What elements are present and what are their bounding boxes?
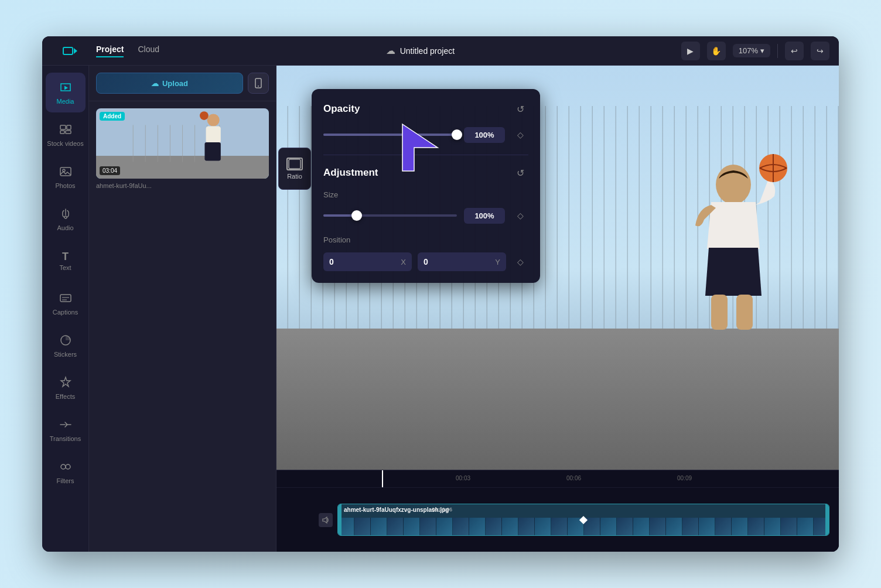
redo-btn[interactable]: ↪ — [811, 42, 829, 60]
svg-point-13 — [61, 464, 66, 469]
track-start-handle[interactable] — [338, 504, 342, 535]
ratio-btn[interactable]: Ratio — [278, 148, 311, 190]
opacity-value[interactable]: 100% — [464, 127, 505, 143]
film-frame — [650, 518, 666, 535]
stock-videos-icon — [59, 123, 72, 138]
sidebar-item-text[interactable]: T Text — [46, 241, 86, 281]
audio-icon — [59, 207, 72, 222]
ratio-label: Ratio — [287, 173, 302, 180]
film-frame — [387, 518, 404, 535]
film-frame — [600, 518, 617, 535]
sidebar-item-audio[interactable]: Audio — [46, 199, 86, 239]
header-center: ☁ Untitled project — [159, 45, 681, 56]
film-frame — [551, 518, 568, 535]
volume-btn[interactable] — [319, 513, 333, 527]
film-frame — [420, 518, 436, 535]
sidebar-label-captions: Captions — [53, 309, 78, 316]
sidebar-label-audio: Audio — [57, 224, 73, 231]
play-btn[interactable]: ▶ — [681, 42, 700, 60]
opacity-keyframe-btn[interactable]: ◇ — [512, 127, 528, 143]
undo-btn[interactable]: ↩ — [785, 42, 804, 60]
media-item[interactable]: Added 03:04 — [96, 108, 269, 179]
sidebar-item-stock-videos[interactable]: Stock videos — [46, 115, 86, 155]
track-end-handle[interactable] — [825, 504, 829, 535]
size-thumb[interactable] — [351, 210, 362, 221]
svg-rect-5 — [66, 131, 71, 134]
upload-btn[interactable]: ☁ Upload — [96, 73, 243, 94]
svg-point-28 — [207, 114, 220, 126]
position-y-input[interactable]: 0 Y — [418, 252, 506, 271]
ruler-mark-0: 00:03 — [456, 475, 470, 481]
position-y-axis: Y — [495, 258, 500, 266]
photos-icon — [59, 165, 72, 180]
tab-cloud[interactable]: Cloud — [138, 45, 159, 57]
media-grid: Added 03:04 ahmet-kurt-9faUu... — [89, 101, 276, 552]
size-keyframe-btn[interactable]: ◇ — [512, 207, 528, 224]
film-frame — [748, 518, 764, 535]
film-frame — [404, 518, 420, 535]
zoom-control[interactable]: 107% ▾ — [733, 44, 770, 57]
size-slider[interactable] — [323, 214, 457, 217]
film-frame — [715, 518, 732, 535]
sidebar-item-media[interactable]: Media — [46, 73, 86, 112]
captions-icon — [59, 292, 72, 306]
cloud-icon: ☁ — [386, 45, 395, 56]
film-frame — [469, 518, 486, 535]
logo-icon — [60, 42, 78, 60]
sidebar-label-filters: Filters — [57, 477, 74, 484]
filters-icon — [59, 460, 72, 475]
project-title: Untitled project — [400, 46, 455, 56]
position-keyframe-btn[interactable]: ◇ — [512, 254, 528, 270]
sidebar-label-text: Text — [59, 264, 71, 271]
position-x-axis: X — [401, 258, 406, 266]
ruler-mark-2: 00:09 — [677, 475, 692, 481]
svg-rect-30 — [204, 142, 220, 161]
adjustment-reset-btn[interactable]: ↺ — [512, 165, 528, 181]
stickers-icon — [59, 334, 72, 348]
ratio-icon — [286, 158, 303, 170]
divider — [777, 44, 778, 58]
size-value[interactable]: 100% — [464, 208, 505, 224]
upload-icon: ☁ — [151, 79, 159, 88]
film-frame — [797, 518, 814, 535]
film-frame — [535, 518, 551, 535]
left-sidebar: Media Stock videos — [42, 66, 89, 552]
sidebar-label-effects: Effects — [56, 393, 75, 400]
hand-btn[interactable]: ✋ — [707, 42, 726, 60]
svg-rect-17 — [289, 159, 301, 169]
tab-project[interactable]: Project — [96, 45, 124, 57]
position-x-input[interactable]: 0 X — [323, 252, 412, 271]
film-frame — [682, 518, 699, 535]
film-frame — [633, 518, 650, 535]
opacity-slider[interactable] — [323, 134, 457, 136]
header-right: ▶ ✋ 107% ▾ ↩ ↪ — [681, 42, 829, 60]
transitions-icon — [59, 418, 72, 433]
sidebar-item-transitions[interactable]: Transitions — [46, 410, 86, 450]
size-label: Size — [323, 190, 528, 199]
sidebar-label-stock: Stock videos — [47, 140, 83, 147]
position-x-value: 0 — [329, 257, 334, 266]
track-duration: 00:09:06 — [432, 507, 452, 512]
sidebar-item-stickers[interactable]: Stickers — [46, 326, 86, 365]
media-duration: 03:04 — [100, 166, 120, 175]
opacity-thumb[interactable] — [452, 129, 462, 140]
position-y-value: 0 — [424, 257, 428, 266]
track-content[interactable]: ahmet-kurt-9faUuqfxzvg-unsplash.jpg 00:0… — [337, 504, 829, 536]
timeline: 00:03 00:06 00:09 — [276, 470, 839, 552]
svg-rect-34 — [736, 295, 753, 330]
adjustment-section-header: Adjustment ↺ — [323, 165, 528, 181]
film-frame — [371, 518, 387, 535]
sidebar-label-stickers: Stickers — [54, 351, 77, 358]
preview-video: Opacity ↺ 100% ◇ — [276, 66, 839, 470]
sidebar-item-filters[interactable]: Filters — [46, 452, 86, 492]
playhead[interactable] — [382, 470, 383, 487]
film-frame — [666, 518, 682, 535]
panel-area: ☁ Upload Ratio — [89, 66, 276, 552]
sidebar-item-effects[interactable]: Effects — [46, 368, 86, 408]
sidebar-item-photos[interactable]: Photos — [46, 157, 86, 197]
opacity-reset-btn[interactable]: ↺ — [512, 101, 528, 117]
mobile-btn[interactable] — [248, 73, 269, 94]
timeline-ruler: 00:03 00:06 00:09 — [276, 470, 839, 488]
opacity-slider-row: 100% ◇ — [323, 127, 528, 143]
sidebar-item-captions[interactable]: Captions — [46, 283, 86, 323]
